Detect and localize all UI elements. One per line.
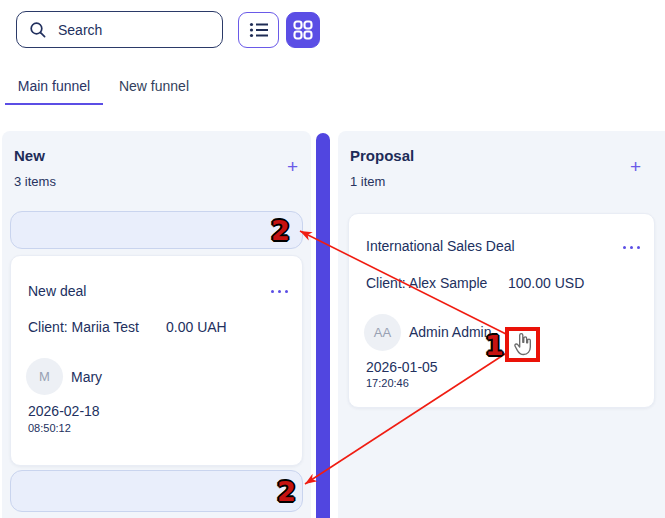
deal-time: 17:20:46	[366, 377, 409, 389]
column-title: New	[14, 147, 45, 164]
more-menu-icon[interactable]	[271, 286, 288, 297]
board-scrollbar[interactable]	[316, 133, 330, 518]
deal-owner: Admin Admin	[409, 324, 491, 340]
grid-view-button[interactable]	[286, 12, 320, 48]
deal-amount: 0.00 UAH	[166, 319, 227, 335]
deal-title[interactable]: New deal	[28, 283, 86, 299]
deal-date: 2026-01-05	[366, 359, 438, 375]
add-deal-button[interactable]: +	[287, 157, 298, 176]
deal-time: 08:50:12	[28, 422, 71, 434]
deal-card-international-sales[interactable]: International Sales Deal Client: Alex Sa…	[348, 213, 655, 408]
search-input[interactable]	[56, 21, 210, 39]
avatar: AA	[364, 314, 401, 351]
kanban-column-new: New 3 items + New deal Client: Mariia Te…	[2, 131, 311, 518]
tab-new-funnel[interactable]: New funnel	[118, 78, 190, 103]
column-count: 1 item	[350, 174, 385, 189]
avatar: M	[26, 358, 63, 395]
grid-view-icon	[293, 20, 313, 40]
kanban-column-proposal: Proposal 1 item + International Sales De…	[338, 131, 665, 518]
column-title: Proposal	[350, 147, 414, 164]
add-deal-button[interactable]: +	[630, 157, 641, 176]
deal-title[interactable]: International Sales Deal	[366, 238, 515, 254]
drop-placeholder-top[interactable]	[10, 211, 303, 249]
column-count: 3 items	[14, 174, 56, 189]
tab-main-funnel[interactable]: Main funnel	[5, 78, 103, 105]
deal-amount: 100.00 USD	[508, 275, 584, 291]
drop-placeholder-bottom[interactable]	[10, 470, 303, 512]
deal-date: 2026-02-18	[28, 403, 100, 419]
search-icon	[29, 21, 47, 39]
deal-card-new-deal[interactable]: New deal Client: Mariia Test 0.00 UAH M …	[10, 255, 303, 466]
list-view-icon	[248, 20, 270, 40]
deal-client: Client: Alex Sample	[366, 275, 487, 291]
deal-client: Client: Mariia Test	[28, 319, 139, 335]
more-menu-icon[interactable]	[623, 242, 640, 253]
deal-owner: Mary	[71, 369, 102, 385]
crm-funnel-screen: Main funnel New funnel New 3 items + New…	[0, 0, 665, 518]
list-view-button[interactable]	[238, 12, 279, 48]
search-box[interactable]	[16, 11, 223, 48]
